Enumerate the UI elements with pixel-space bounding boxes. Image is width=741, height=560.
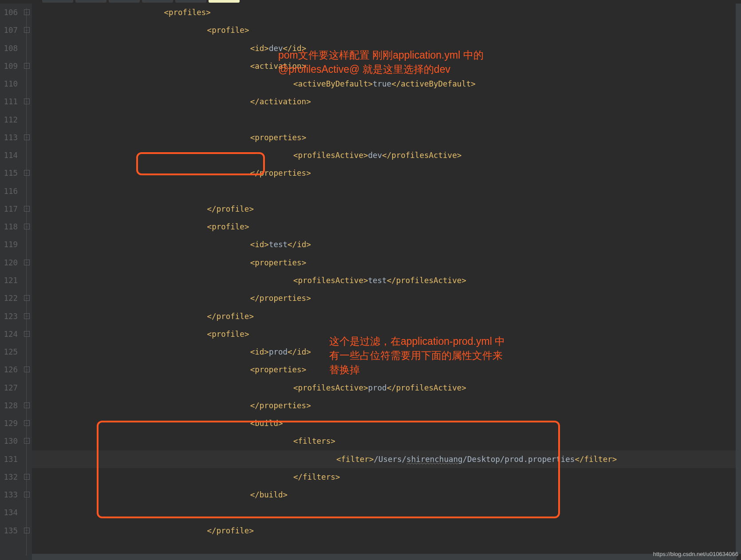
fold-marker[interactable]: − xyxy=(24,492,30,497)
line-number: 127 xyxy=(0,379,18,397)
code-content[interactable]: <profiles> <profile> <id>dev</id> <activ… xyxy=(32,4,741,560)
code-line[interactable]: <id>test</id> xyxy=(32,236,741,253)
fold-marker[interactable]: − xyxy=(24,260,30,265)
line-number: 119 xyxy=(0,236,18,253)
code-line[interactable]: <properties> xyxy=(32,254,741,272)
code-line[interactable]: <build> xyxy=(32,414,741,432)
fold-marker[interactable]: − xyxy=(24,63,30,69)
code-line[interactable]: <profile> xyxy=(32,218,741,236)
vertical-scrollbar[interactable] xyxy=(736,4,741,554)
code-line[interactable]: <filters> xyxy=(32,432,741,450)
line-number: 126 xyxy=(0,361,18,379)
fold-marker[interactable]: − xyxy=(24,474,30,480)
line-number: 110 xyxy=(0,75,18,93)
fold-marker[interactable]: − xyxy=(24,331,30,337)
fold-marker[interactable]: − xyxy=(24,402,30,408)
line-number: 133 xyxy=(0,486,18,504)
code-line[interactable]: <profilesActive>dev</profilesActive> xyxy=(32,146,741,164)
code-line[interactable]: </profile> xyxy=(32,200,741,218)
code-line[interactable]: </filters> xyxy=(32,468,741,486)
line-number: 135 xyxy=(0,522,18,540)
code-line[interactable] xyxy=(32,504,741,521)
line-number: 120 xyxy=(0,254,18,272)
fold-marker[interactable]: − xyxy=(24,313,30,319)
code-line[interactable]: </build> xyxy=(32,486,741,504)
code-line[interactable]: <activeByDefault>true</activeByDefault> xyxy=(32,75,741,93)
horizontal-scrollbar[interactable] xyxy=(32,554,737,560)
fold-marker[interactable]: − xyxy=(24,27,30,33)
line-number: 128 xyxy=(0,397,18,414)
line-number: 122 xyxy=(0,289,18,307)
line-number: 129 xyxy=(0,414,18,432)
fold-marker[interactable]: − xyxy=(24,206,30,212)
line-number: 134 xyxy=(0,504,18,521)
code-line[interactable]: </properties> xyxy=(32,164,741,182)
fold-gutter: −−−−−−−−−−−−−−−−−−− xyxy=(23,4,32,560)
tab-3[interactable] xyxy=(142,0,173,3)
fold-marker[interactable]: − xyxy=(24,367,30,372)
line-number: 130 xyxy=(0,432,18,450)
line-number: 124 xyxy=(0,325,18,343)
tab-2[interactable] xyxy=(109,0,140,3)
tab-4[interactable] xyxy=(175,0,206,3)
line-number: 123 xyxy=(0,308,18,325)
line-number: 116 xyxy=(0,182,18,200)
line-number: 117 xyxy=(0,200,18,218)
code-line[interactable]: </properties> xyxy=(32,397,741,414)
code-line[interactable]: <filter>/Users/shirenchuang/Desktop/prod… xyxy=(32,450,741,468)
code-line[interactable] xyxy=(32,182,741,200)
fold-marker[interactable]: − xyxy=(24,134,30,140)
line-number: 112 xyxy=(0,111,18,129)
line-number: 106 xyxy=(0,4,18,21)
line-number: 113 xyxy=(0,129,18,146)
code-line[interactable]: <profiles> xyxy=(32,4,741,21)
fold-marker[interactable]: − xyxy=(24,420,30,426)
tab-1[interactable] xyxy=(75,0,106,3)
code-line[interactable]: <id>dev</id> xyxy=(32,39,741,57)
code-line[interactable]: <activation> xyxy=(32,57,741,75)
line-number: 132 xyxy=(0,468,18,486)
line-number: 125 xyxy=(0,343,18,361)
watermark: https://blog.csdn.net/u010634066 xyxy=(653,551,738,557)
code-line[interactable] xyxy=(32,111,741,129)
code-line[interactable]: <profilesActive>test</profilesActive> xyxy=(32,272,741,289)
line-number: 114 xyxy=(0,146,18,164)
code-line[interactable]: <profilesActive>prod</profilesActive> xyxy=(32,379,741,397)
fold-marker[interactable]: − xyxy=(24,9,30,15)
code-line[interactable]: <properties> xyxy=(32,129,741,146)
code-line[interactable]: </properties> xyxy=(32,289,741,307)
fold-marker[interactable]: − xyxy=(24,438,30,444)
line-number: 109 xyxy=(0,57,18,75)
code-line[interactable]: <id>prod</id> xyxy=(32,343,741,361)
line-number: 131 xyxy=(0,450,18,468)
line-number: 111 xyxy=(0,93,18,110)
fold-marker[interactable]: − xyxy=(24,528,30,533)
fold-marker[interactable]: − xyxy=(24,170,30,176)
editor-tabs xyxy=(0,0,741,4)
tab-5-active[interactable] xyxy=(209,0,240,3)
code-line[interactable]: </activation> xyxy=(32,93,741,110)
line-number: 107 xyxy=(0,21,18,39)
line-number: 115 xyxy=(0,164,18,182)
line-number: 121 xyxy=(0,272,18,289)
line-number: 108 xyxy=(0,39,18,57)
code-line[interactable]: <properties> xyxy=(32,361,741,379)
code-line[interactable]: </profile> xyxy=(32,308,741,325)
fold-marker[interactable]: − xyxy=(24,295,30,301)
editor-area: 1061071081091101111121131141151161171181… xyxy=(0,4,741,560)
code-line[interactable]: <profile> xyxy=(32,21,741,39)
fold-marker[interactable]: − xyxy=(24,224,30,229)
code-line[interactable]: <profile> xyxy=(32,325,741,343)
fold-marker[interactable]: − xyxy=(24,99,30,104)
line-number: 118 xyxy=(0,218,18,236)
line-number-gutter: 1061071081091101111121131141151161171181… xyxy=(0,4,23,560)
tab-0[interactable] xyxy=(42,0,73,3)
code-line[interactable]: </profile> xyxy=(32,522,741,540)
